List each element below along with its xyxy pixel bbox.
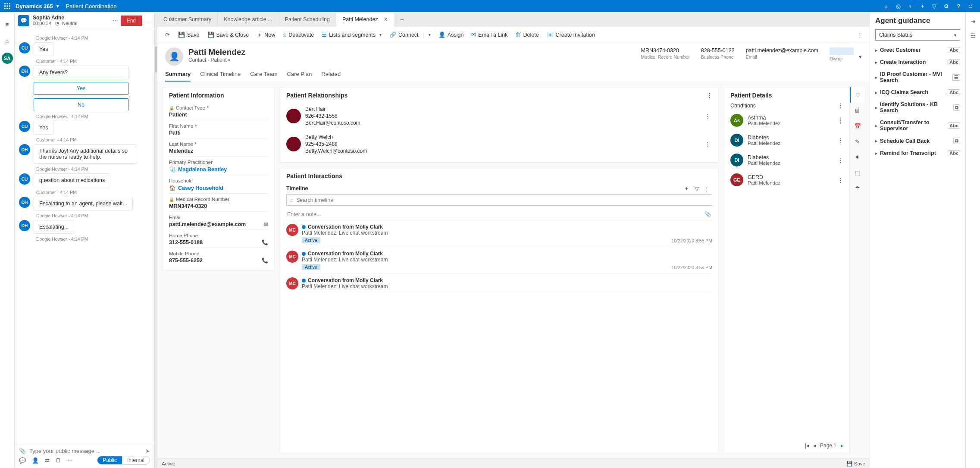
user-icon[interactable]: ☺ xyxy=(964,0,977,12)
create-invitation-button[interactable]: 📧Create Invitation xyxy=(543,28,598,42)
tab-clinical-timeline[interactable]: Clinical Timeline xyxy=(200,68,241,82)
module-label[interactable]: Patient Coordination xyxy=(66,3,117,9)
quick-reply-no[interactable]: No xyxy=(34,98,128,111)
more-icon[interactable]: ⋮ xyxy=(838,137,843,144)
toggle-internal[interactable]: Internal xyxy=(122,456,150,464)
visibility-toggle[interactable]: Public Internal xyxy=(97,456,150,465)
email-link-button[interactable]: ✉Email a Link xyxy=(468,28,511,42)
more-icon[interactable]: ⋮ xyxy=(706,92,712,99)
quick-reply-yes[interactable]: Yes xyxy=(34,82,128,95)
timeline-note-input[interactable]: Enter a note...📎 xyxy=(286,208,712,220)
next-page-icon[interactable]: ▸ xyxy=(841,443,843,449)
assign-button[interactable]: 👤Assign xyxy=(435,28,467,42)
vtab-umbrella-icon[interactable]: ☂ xyxy=(850,180,864,196)
tab-knowledge-article[interactable]: Knowledge article ... xyxy=(218,12,279,27)
session-avatar[interactable]: SA xyxy=(2,53,13,64)
vtab-edit-icon[interactable]: ✎ xyxy=(850,134,864,149)
field-value[interactable]: Patti xyxy=(169,130,268,136)
chat-message-input[interactable] xyxy=(29,448,142,454)
relationship-row[interactable]: Bert Hair626-432-1558Bert.Hair@contoso.c… xyxy=(286,102,712,130)
filter-icon[interactable]: ▽ xyxy=(692,185,701,192)
expand-icon[interactable]: ⇥ xyxy=(971,18,975,25)
app-launcher-icon[interactable] xyxy=(3,2,11,10)
condition-row[interactable]: Di DiabetesPatti Melendez ⋮ xyxy=(730,130,843,150)
tab-summary[interactable]: Summary xyxy=(165,68,191,82)
timeline-item[interactable]: MC Conversation from Molly Clark Patti M… xyxy=(286,220,712,247)
vtab-doc-icon[interactable]: 🗎 xyxy=(850,103,864,118)
lists-button[interactable]: ☰Lists and segments▾ xyxy=(318,28,385,42)
chat-overflow-icon[interactable]: ⋯ xyxy=(110,17,121,24)
guide-step[interactable]: ▸Create InteractionAbc xyxy=(875,56,960,68)
send-icon[interactable]: ➤ xyxy=(145,448,150,454)
status-save-icon[interactable]: 💾 xyxy=(846,461,852,467)
vtab-payment-icon[interactable]: ⬚ xyxy=(850,165,864,180)
tab-care-plan[interactable]: Care Plan xyxy=(287,68,312,82)
household-link[interactable]: 🏠Casey Household xyxy=(169,185,268,191)
tab-related[interactable]: Related xyxy=(321,68,341,82)
toggle-public[interactable]: Public xyxy=(97,456,122,464)
tab-customer-summary[interactable]: Customer Summary xyxy=(157,12,218,27)
save-button[interactable]: 💾Save xyxy=(175,28,203,42)
condition-row[interactable]: Di DiabetesPatti Melendez ⋮ xyxy=(730,150,843,170)
field-value[interactable]: Melendez xyxy=(169,148,268,154)
phone-action-icon[interactable]: 📞 xyxy=(262,258,268,264)
email-action-icon[interactable]: ✉ xyxy=(264,221,268,227)
brand-chevron-icon[interactable]: ▼ xyxy=(56,4,60,9)
guide-step[interactable]: ▸ID Proof Customer - MVI Search☰ xyxy=(875,68,960,86)
more-icon[interactable]: ⋮ xyxy=(838,117,843,124)
status-save-label[interactable]: Save xyxy=(854,461,865,466)
timeline-search[interactable]: ⌕ xyxy=(286,194,712,206)
attach-icon[interactable]: 📎 xyxy=(19,448,26,454)
quick-replies-icon[interactable]: 💬 xyxy=(19,457,26,464)
field-value[interactable]: 312-555-0188📞 xyxy=(169,239,268,245)
plus-icon[interactable]: ＋ xyxy=(916,0,928,12)
lightbulb-icon[interactable]: ♀ xyxy=(904,0,916,12)
end-chat-button[interactable]: End xyxy=(121,16,142,26)
add-icon[interactable]: ＋ xyxy=(681,185,692,192)
brand-label[interactable]: Dynamics 365 xyxy=(16,3,53,9)
deactivate-button[interactable]: ⦸Deactivate xyxy=(279,28,317,42)
guide-script-select[interactable]: Claims Status▾ xyxy=(875,29,960,41)
connect-button[interactable]: 🔗Connect|▾ xyxy=(386,28,434,42)
tab-patient-scheduling[interactable]: Patient Scheduling xyxy=(279,12,336,27)
add-tab-icon[interactable]: ＋ xyxy=(394,16,410,23)
delete-button[interactable]: 🗑Delete xyxy=(512,28,542,42)
help-icon[interactable]: ? xyxy=(952,0,964,12)
condition-row[interactable]: GE GERDPatti Melendez ⋮ xyxy=(730,170,843,190)
close-tab-icon[interactable]: × xyxy=(384,16,388,23)
timeline-item[interactable]: MC Conversation from Molly Clark Patti M… xyxy=(286,247,712,274)
task-icon[interactable]: ◎ xyxy=(892,0,904,12)
more-icon[interactable]: ⋯ xyxy=(67,457,73,464)
header-chevron-icon[interactable]: ▾ xyxy=(859,53,862,60)
consult-icon[interactable]: 👤 xyxy=(32,457,39,464)
gear-icon[interactable]: ⚙ xyxy=(940,0,952,12)
vtab-heart-icon[interactable]: ♡ xyxy=(850,87,864,103)
hamburger-icon[interactable]: ≡ xyxy=(3,20,12,28)
attach-icon[interactable]: 📎 xyxy=(704,211,711,217)
condition-row[interactable]: As AsthmaPatti Melendez ⋮ xyxy=(730,110,843,130)
guide-step[interactable]: ▸Schedule Call Back⧉ xyxy=(875,135,960,147)
vtab-allergy-icon[interactable]: ✷ xyxy=(850,149,864,165)
guide-step[interactable]: ▸Consult/Transfer to SupervisorAbc xyxy=(875,116,960,135)
field-value[interactable]: MRN3474-0320 xyxy=(169,203,268,209)
save-close-button[interactable]: 💾Save & Close xyxy=(204,28,253,42)
home-icon[interactable]: ⌂ xyxy=(3,36,12,45)
phone-action-icon[interactable]: 📞 xyxy=(262,239,268,245)
more-icon[interactable]: ⋮ xyxy=(703,113,712,119)
more-icon[interactable]: ⋮ xyxy=(701,185,712,192)
collapse-icon[interactable]: — xyxy=(145,17,151,24)
guide-step[interactable]: ▸ICQ Claims SearchAbc xyxy=(875,86,960,98)
vtab-calendar-icon[interactable]: 📅 xyxy=(850,118,864,134)
timeline-search-input[interactable] xyxy=(296,197,708,203)
guide-step[interactable]: ▸Greet CustomerAbc xyxy=(875,44,960,56)
checklist-icon[interactable]: ☲ xyxy=(971,32,976,39)
search-icon[interactable]: ⌕ xyxy=(880,0,892,12)
new-button[interactable]: ＋New xyxy=(253,28,279,42)
first-page-icon[interactable]: |◂ xyxy=(805,443,809,449)
field-value[interactable]: 875-555-6252📞 xyxy=(169,258,268,264)
guide-step[interactable]: ▸Identify Solutions - KB Search⧉ xyxy=(875,98,960,116)
tab-care-team[interactable]: Care Team xyxy=(250,68,277,82)
timeline-item[interactable]: MC Conversation from Molly Clark Patti M… xyxy=(286,274,712,293)
guide-step[interactable]: ▸Remind for TranscriptAbc xyxy=(875,147,960,159)
field-value[interactable]: patti.melendez@example.com✉ xyxy=(169,221,268,227)
